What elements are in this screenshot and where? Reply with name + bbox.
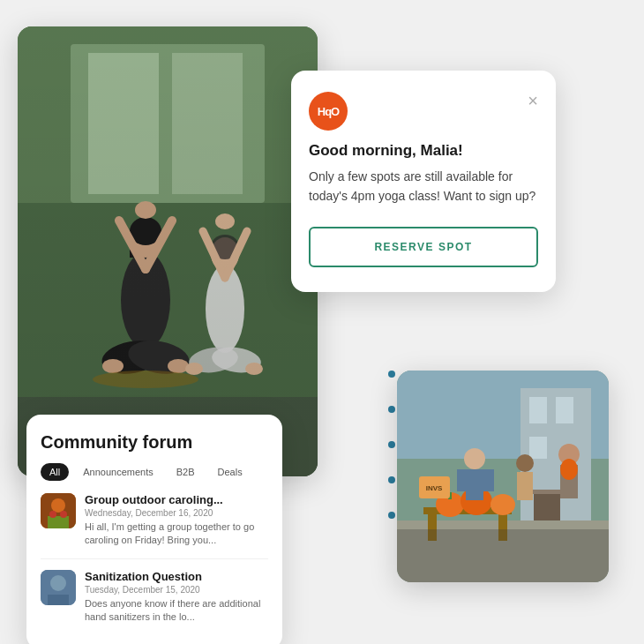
forum-item-content: Group outdoor caroling... Wednesday, Dec… (85, 493, 268, 548)
svg-rect-65 (397, 529, 609, 582)
svg-point-53 (490, 494, 515, 515)
close-button[interactable]: × (528, 92, 538, 109)
decorative-dot (388, 406, 395, 413)
forum-tab-deals[interactable]: Deals (209, 463, 251, 481)
svg-point-58 (516, 454, 534, 472)
svg-point-33 (60, 511, 67, 518)
svg-point-30 (51, 498, 65, 513)
svg-rect-55 (466, 469, 483, 500)
forum-tab-announcements[interactable]: Announcements (74, 463, 162, 481)
forum-item-title: Group outdoor caroling... (85, 493, 268, 506)
svg-point-62 (560, 459, 578, 480)
pumpkin-image-card: INVS (397, 371, 609, 582)
svg-rect-28 (18, 26, 318, 476)
svg-rect-42 (529, 437, 547, 459)
decorative-dot (388, 371, 395, 378)
community-forum-card: Community forum All Announcements B2B De… (26, 415, 282, 644)
forum-item[interactable]: Group outdoor caroling... Wednesday, Dec… (41, 493, 268, 559)
forum-tabs: All Announcements B2B Deals (41, 463, 268, 481)
svg-rect-31 (48, 516, 69, 528)
forum-item[interactable]: Sanitization Question Tuesday, December … (41, 570, 268, 635)
svg-rect-59 (517, 472, 533, 500)
hqo-logo: HqO (309, 92, 348, 131)
avatar (41, 493, 76, 528)
svg-rect-56 (457, 469, 468, 491)
notification-header: HqO × (309, 92, 538, 131)
avatar (41, 570, 76, 605)
forum-item-date: Tuesday, December 15, 2020 (85, 585, 268, 595)
svg-point-54 (464, 448, 485, 469)
notification-title: Good morning, Malia! (309, 141, 538, 161)
svg-rect-40 (529, 397, 547, 423)
svg-rect-44 (529, 490, 565, 494)
decorative-dot (388, 441, 395, 448)
svg-rect-41 (556, 397, 573, 423)
svg-rect-57 (483, 469, 494, 491)
notification-body: Only a few spots are still available for… (309, 168, 538, 206)
svg-point-35 (50, 575, 66, 591)
notification-card: HqO × Good morning, Malia! Only a few sp… (291, 71, 556, 292)
forum-item-content: Sanitization Question Tuesday, December … (85, 570, 268, 625)
svg-rect-36 (48, 595, 69, 605)
yoga-image-card (18, 26, 318, 476)
forum-item-title: Sanitization Question (85, 570, 268, 583)
reserve-spot-button[interactable]: RESERVE SPOT (309, 227, 538, 267)
svg-point-32 (49, 511, 56, 518)
svg-text:INVS: INVS (426, 484, 443, 492)
forum-title: Community forum (41, 432, 268, 453)
forum-item-body: Does anyone know if there are additional… (85, 597, 268, 625)
forum-tab-b2b[interactable]: B2B (168, 463, 204, 481)
forum-item-date: Wednesday, December 16, 2020 (85, 508, 268, 518)
forum-tab-all[interactable]: All (41, 463, 69, 481)
decorative-dot (388, 476, 395, 483)
forum-item-body: Hi all, I'm getting a group together to … (85, 520, 268, 548)
decorative-dot (388, 512, 395, 519)
